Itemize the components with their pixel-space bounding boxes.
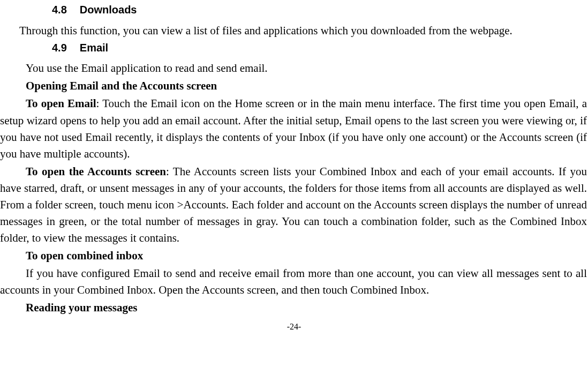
- document-page: 4.8Downloads Through this function, you …: [0, 0, 588, 333]
- to-open-combined-paragraph: If you have configured Email to send and…: [0, 265, 588, 298]
- section-number: 4.9: [52, 40, 67, 56]
- reading-messages-subheading: Reading your messages: [0, 300, 588, 316]
- email-intro-paragraph: You use the Email application to read an…: [0, 60, 588, 77]
- downloads-paragraph: Through this function, you can view a li…: [0, 23, 588, 39]
- to-open-email-paragraph: To open Email: Touch the Email icon on t…: [0, 95, 588, 162]
- section-title: Downloads: [80, 4, 137, 16]
- section-4-9-heading: 4.9Email: [52, 40, 588, 56]
- to-open-combined-subheading: To open combined inbox: [0, 248, 588, 264]
- to-open-accounts-paragraph: To open the Accounts screen: The Account…: [0, 163, 588, 246]
- to-open-email-label: To open Email: [26, 97, 96, 110]
- to-open-accounts-label: To open the Accounts screen: [26, 165, 166, 178]
- page-number: -24-: [0, 320, 588, 333]
- section-title: Email: [80, 42, 108, 54]
- opening-email-subheading: Opening Email and the Accounts screen: [0, 78, 588, 94]
- section-number: 4.8: [52, 2, 67, 18]
- section-4-8-heading: 4.8Downloads: [52, 2, 588, 18]
